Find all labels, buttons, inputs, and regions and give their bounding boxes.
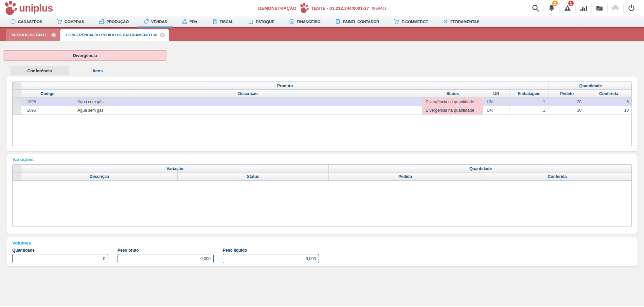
tab-conferencia-pedido-30[interactable]: CONFERÊNCIA DO PEDIDO DE FATURAMENTO 30 … xyxy=(60,29,168,41)
menu-item-pdv[interactable]: PDV xyxy=(182,16,197,27)
power-logout-icon[interactable] xyxy=(623,3,639,13)
brand-name: uniplus xyxy=(19,3,53,14)
col-header-status[interactable]: Status xyxy=(178,173,329,181)
quantidade-input[interactable] xyxy=(12,254,108,263)
row-selector[interactable] xyxy=(13,98,21,106)
menu-item-compras[interactable]: COMPRAS xyxy=(57,16,84,27)
peso-liquido-input[interactable] xyxy=(223,254,319,263)
col-header-descricao[interactable]: Descrição xyxy=(21,173,178,181)
group-header-row: Variação Quantidade xyxy=(13,165,632,173)
status-badge: Divergência na quantidade xyxy=(422,106,483,115)
variacoes-panel: Variações Variação Quantidade Descrição … xyxy=(6,154,638,234)
quantidade-label: Quantidade xyxy=(12,248,108,253)
field-quantidade: Quantidade xyxy=(12,248,108,263)
col-header-pedido[interactable]: Pedido xyxy=(549,90,585,98)
top-bar: uniplus DEMONSTRAÇÃO TESTE - 01.212.344/… xyxy=(0,0,644,16)
peso-bruto-label: Peso bruto xyxy=(118,248,214,253)
col-header-conferida[interactable]: Conferida xyxy=(482,173,632,181)
variacoes-table-container: Variação Quantidade Descrição Status Ped… xyxy=(12,164,632,227)
group-header-produto: Produto xyxy=(21,82,549,90)
field-peso-liquido: Peso líquido xyxy=(223,248,319,263)
notifications-bell-icon[interactable]: 2 xyxy=(543,3,559,13)
header-icon-bar: 2 1 xyxy=(527,0,644,16)
row-selector[interactable] xyxy=(13,106,21,115)
conferencia-table: Produto Quantidade Código Descrição Stat… xyxy=(13,82,632,115)
conferencia-panel: Produto Quantidade Código Descrição Stat… xyxy=(6,76,638,151)
col-header-conferida[interactable]: Conferida xyxy=(585,90,632,98)
menu-item-fiscal[interactable]: FISCAL xyxy=(212,16,233,27)
volumes-fields: Quantidade Peso bruto Peso líquido xyxy=(12,248,632,263)
table-row-1096[interactable]: 1096 Água sem gás Divergência na quantid… xyxy=(13,106,632,115)
calculator-icon xyxy=(335,19,341,24)
selector-header xyxy=(13,90,21,98)
variacoes-title: Variações xyxy=(12,157,632,162)
column-header-row: Descrição Status Pedido Conferida xyxy=(13,173,632,181)
cart-icon xyxy=(57,19,62,24)
document-icon xyxy=(212,19,218,24)
volumes-title: Volumes xyxy=(12,240,632,246)
col-header-descricao[interactable]: Descrição xyxy=(74,90,422,98)
volumes-panel: Volumes Quantidade Peso bruto Peso líqui… xyxy=(6,237,638,267)
col-header-codigo[interactable]: Código xyxy=(21,90,74,98)
selector-header xyxy=(13,82,21,90)
factory-icon xyxy=(99,19,104,24)
menu-item-estoque[interactable]: ESTOQUE xyxy=(248,16,274,27)
group-header-row: Produto Quantidade xyxy=(13,82,632,90)
tab-pedidos-de-faturamento[interactable]: PEDIDOS DE FATU... × xyxy=(6,29,60,41)
col-header-embalagem[interactable]: Embalagem xyxy=(509,90,549,98)
document-tab-strip: PEDIDOS DE FATU... × CONFERÊNCIA DO PEDI… xyxy=(0,28,644,41)
divergencia-status-banner: Divergência xyxy=(3,50,167,61)
tools-icon xyxy=(443,19,448,24)
paw-mini-icon xyxy=(299,3,309,14)
status-badge: Divergência na quantidade xyxy=(422,98,483,106)
field-peso-bruto: Peso bruto xyxy=(118,248,214,263)
environment-mode: DEMONSTRAÇÃO xyxy=(258,6,297,11)
cart-icon xyxy=(394,19,399,24)
environment-scope: (GERAL) xyxy=(372,6,386,10)
conferencia-table-container: Produto Quantidade Código Descrição Stat… xyxy=(12,82,632,147)
menu-item-producao[interactable]: PRODUÇÃO xyxy=(99,16,129,27)
col-header-un[interactable]: UN xyxy=(483,90,509,98)
alerts-warning-icon[interactable]: 1 xyxy=(559,3,575,13)
close-icon[interactable]: × xyxy=(51,33,56,37)
selector-header xyxy=(13,165,21,173)
print-icon[interactable] xyxy=(607,3,623,13)
menu-item-ecommerce[interactable]: E-COMMERCE xyxy=(394,16,428,27)
panel-tabs: Conferência Itens xyxy=(11,66,644,75)
selector-header xyxy=(13,173,21,181)
svg-text:$: $ xyxy=(291,20,293,23)
peso-bruto-input[interactable] xyxy=(118,254,214,263)
menu-item-financeiro[interactable]: $ FINANCEIRO xyxy=(289,16,321,27)
main-menu-bar: CADASTROS COMPRAS PRODUÇÃO VENDAS PDV FI… xyxy=(0,16,644,28)
uniplus-logo[interactable]: uniplus xyxy=(0,1,53,16)
group-header-variacao: Variação xyxy=(21,165,329,173)
search-icon[interactable] xyxy=(527,3,543,13)
tab-conferencia[interactable]: Conferência xyxy=(11,66,69,75)
documents-folder-icon[interactable] xyxy=(591,3,607,13)
menu-item-vendas[interactable]: VENDAS xyxy=(143,16,167,27)
variacoes-table: Variação Quantidade Descrição Status Ped… xyxy=(13,165,632,181)
hexagon-icon xyxy=(10,19,16,24)
paw-logo-icon xyxy=(3,1,17,16)
statistics-barchart-icon[interactable] xyxy=(575,3,591,13)
alerts-badge: 1 xyxy=(568,1,574,6)
col-header-status[interactable]: Status xyxy=(422,90,483,98)
tab-itens[interactable]: Itens xyxy=(69,66,127,75)
dollar-icon: $ xyxy=(289,19,295,24)
close-icon[interactable]: × xyxy=(160,33,165,37)
company-name: TESTE - 01.212.344/0001-27 xyxy=(311,6,369,11)
page-content: Divergência Conferência Itens Produto Qu… xyxy=(0,50,644,306)
register-icon xyxy=(182,19,187,24)
menu-item-painel-contador[interactable]: PAINEL CONTADOR xyxy=(335,16,379,27)
group-header-quantidade: Quantidade xyxy=(549,82,632,90)
tag-icon xyxy=(143,19,149,24)
column-header-row: Código Descrição Status UN Embalagem Ped… xyxy=(13,90,632,98)
menu-item-cadastros[interactable]: CADASTROS xyxy=(10,16,42,27)
notifications-badge: 2 xyxy=(552,1,558,6)
col-header-pedido[interactable]: Pedido xyxy=(329,173,482,181)
table-row-1095[interactable]: 1095 Água com gás Divergência na quantid… xyxy=(13,98,632,106)
menu-item-ferramentas[interactable]: FERRAMENTAS xyxy=(443,16,479,27)
peso-liquido-label: Peso líquido xyxy=(223,248,319,253)
group-header-quantidade: Quantidade xyxy=(329,165,632,173)
box-icon xyxy=(248,19,254,24)
